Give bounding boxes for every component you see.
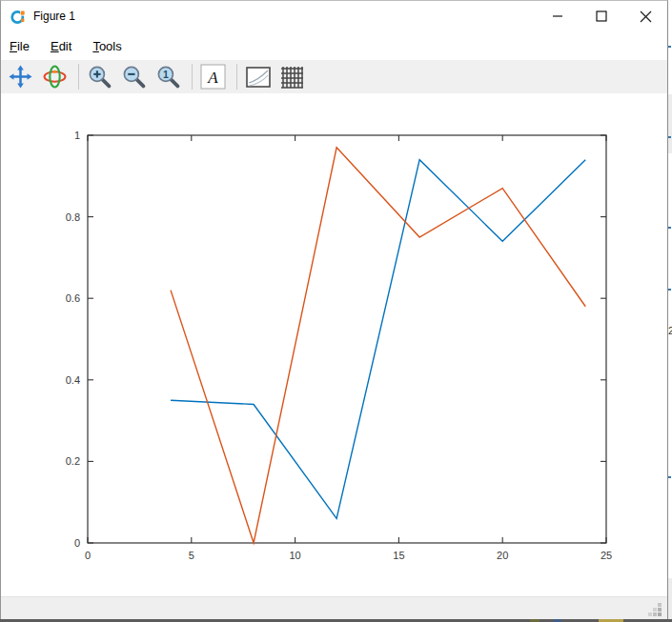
y-tick-label: 0.2 (66, 455, 80, 467)
close-button[interactable] (623, 1, 667, 31)
sliver-mark (668, 46, 671, 48)
zoom-original-button[interactable]: 1 (155, 64, 181, 90)
axes-icon (246, 67, 271, 88)
sliver-mark (668, 476, 671, 478)
background-window-sliver: 2 (668, 0, 672, 619)
window-controls (536, 1, 667, 31)
maximize-button[interactable] (580, 1, 623, 31)
rotate-button[interactable] (42, 64, 68, 90)
zoom-in-icon (88, 65, 112, 89)
x-tick-label: 0 (85, 550, 91, 561)
octave-logo-icon[interactable] (10, 9, 26, 25)
sliver-statusbar-fragment (668, 578, 672, 619)
sliver-mark (668, 227, 671, 229)
zoom-in-button[interactable] (87, 64, 112, 90)
toggle-grid-button[interactable] (279, 64, 305, 90)
y-tick-label: 0.6 (66, 292, 80, 304)
zoom-one-icon: 1 (156, 65, 180, 89)
pan-button[interactable] (8, 64, 33, 90)
close-icon (640, 10, 652, 23)
toolbar-separator (192, 64, 193, 90)
zoom-out-icon (122, 65, 146, 89)
rotate-3d-icon (43, 65, 67, 89)
plot-line-series-2 (171, 148, 585, 543)
figure-canvas[interactable]: 051015202500.20.40.60.81 (1, 93, 667, 596)
plot-axes: 051015202500.20.40.60.81 (1, 93, 667, 596)
menu-item-tools[interactable]: Tools (92, 39, 121, 53)
toolbar-separator (236, 64, 237, 90)
grid-icon (280, 66, 304, 89)
y-tick-label: 0.4 (66, 374, 80, 386)
x-tick-label: 5 (189, 550, 194, 561)
plot-frame (88, 135, 606, 543)
y-tick-label: 0 (74, 537, 80, 549)
menu-item-file[interactable]: File (10, 39, 30, 53)
x-tick-label: 10 (289, 550, 300, 561)
toggle-axes-button[interactable] (245, 64, 271, 90)
sliver-mark (668, 289, 671, 291)
title-bar[interactable]: Figure 1 (1, 1, 667, 31)
zoom-out-button[interactable] (121, 64, 147, 90)
sliver-toolbar-fragment (668, 94, 672, 153)
svg-text:A: A (207, 69, 218, 87)
menu-item-edit[interactable]: Edit (51, 39, 71, 53)
plot-line-series-1 (171, 160, 585, 519)
x-tick-label: 25 (601, 550, 612, 561)
minimize-button[interactable] (536, 1, 580, 31)
x-tick-label: 15 (393, 550, 404, 561)
svg-text:1: 1 (163, 70, 169, 80)
x-tick-label: 20 (497, 550, 508, 561)
pan-arrows-icon (9, 65, 32, 89)
text-a-icon: A (200, 64, 226, 90)
toolbar-separator (78, 64, 79, 90)
toolbar: 1 A (1, 60, 667, 93)
sliver-mark (668, 136, 671, 138)
insert-text-button[interactable]: A (200, 64, 226, 90)
window-title: Figure 1 (33, 10, 75, 23)
screen: Figure 1 (0, 0, 672, 622)
figure-window: Figure 1 (0, 0, 668, 622)
sliver-partial-tick-label: 2 (668, 325, 672, 336)
maximize-icon (596, 10, 607, 22)
menu-bar: FileEditTools (1, 31, 667, 60)
y-tick-label: 0.8 (66, 211, 80, 223)
y-tick-label: 1 (74, 130, 80, 141)
minimize-icon (552, 10, 563, 22)
resize-grip-icon[interactable] (648, 603, 663, 618)
status-bar (1, 596, 667, 621)
